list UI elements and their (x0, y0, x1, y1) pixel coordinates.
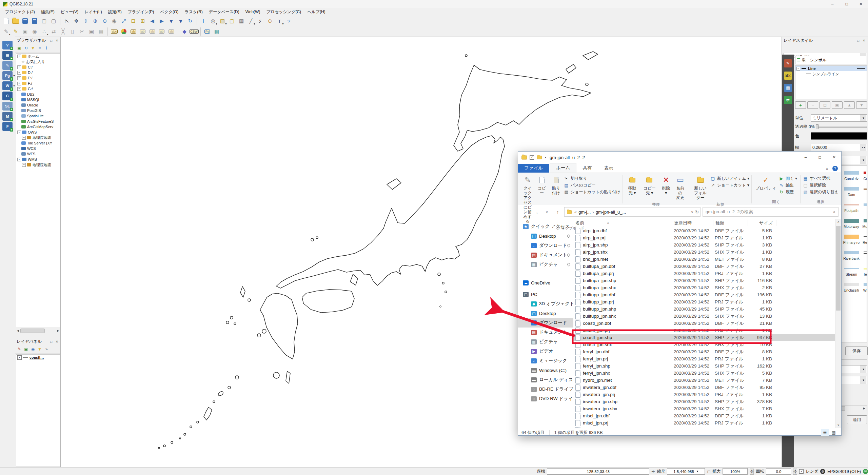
scroll-right-icon[interactable]: ▶ (56, 329, 61, 332)
move-label-icon[interactable]: ab (148, 27, 157, 36)
symbol-tree-child[interactable]: シンプルライン (795, 71, 867, 77)
rotate-label-icon[interactable]: ab (157, 27, 166, 36)
nav-item[interactable]: ▬ローカル ディスク (D (518, 375, 573, 384)
layer-visibility-checkbox[interactable]: ✓ (17, 355, 22, 360)
quick-access-customize-icon[interactable]: ▾ (545, 156, 546, 159)
menu-item-0[interactable]: プロジェクト(J) (2, 8, 38, 16)
float-panel-icon[interactable]: □ (856, 39, 861, 42)
symbol-tree-root[interactable]: − Line (795, 66, 867, 71)
nav-item[interactable]: ▢Desktop (518, 309, 573, 318)
new-item-button[interactable]: ▢新しいアイテム ▾ (710, 176, 749, 181)
float-panel-icon[interactable]: □ (49, 39, 54, 42)
text-annotation-icon[interactable]: T▼ (275, 17, 284, 25)
tab-view[interactable]: 表示 (598, 164, 619, 173)
tab-share[interactable]: 共有 (576, 164, 598, 173)
coordinate-input[interactable]: 125.82,33.43 (547, 468, 649, 475)
file-row[interactable]: inwatera_jpn.shp2020/03/29 14:52SHP ファイル… (573, 398, 835, 405)
filter-browser-icon[interactable]: ▼ (30, 45, 36, 51)
new-bookmark-icon[interactable]: ▼ (167, 17, 176, 25)
symbol-gallery-item[interactable]: Waterway (862, 281, 867, 292)
close-panel-icon[interactable]: ✕ (55, 340, 59, 343)
browser-item[interactable]: -OWS (16, 130, 60, 135)
select-none-button[interactable]: ▢選択解除 (803, 182, 839, 188)
symbol-gallery-item[interactable]: Primary ro (842, 233, 861, 244)
add-vector-layer-icon[interactable]: V+ (2, 41, 13, 50)
browser-item[interactable]: +E:/ (16, 75, 60, 81)
browser-item[interactable]: MSSQL (16, 97, 60, 102)
file-row[interactable]: coastl_jpn.shp2020/03/29 14:52SHP ファイル93… (573, 334, 835, 341)
menu-item-9[interactable]: Web(W) (242, 8, 263, 15)
move-up-button[interactable]: ▲ (844, 101, 855, 109)
measure-icon[interactable]: ╱▼ (246, 17, 255, 25)
layer-item[interactable]: ✓coastl… (16, 355, 60, 360)
cut-features-icon[interactable]: ✂ (78, 27, 86, 36)
nav-item[interactable]: ▢PC (518, 290, 573, 299)
node-tool-icon[interactable]: ∴▼ (40, 27, 48, 36)
column-header-date[interactable]: 更新日時 (672, 220, 713, 226)
browser-item[interactable]: WFS (16, 151, 60, 157)
select-all-button[interactable]: ▦すべて選択 (803, 176, 839, 181)
symbol-gallery-item[interactable]: Footpath (842, 201, 861, 213)
nav-item[interactable]: ▶ビデオ (518, 347, 573, 356)
composer-manager-icon[interactable]: ▢ (49, 17, 58, 25)
search-input[interactable]: gm-jpn-all_u_2_2の検索 ⌕ (703, 207, 839, 217)
browser-item[interactable]: PostGIS (16, 108, 60, 113)
refresh-icon[interactable]: ↻ (695, 210, 699, 215)
up-icon[interactable]: ↑ (553, 209, 562, 215)
float-panel-icon[interactable]: □ (49, 340, 54, 343)
menu-item-5[interactable]: プラグイン(P) (125, 8, 157, 16)
symbol-gallery-item[interactable]: Motorway (842, 217, 861, 229)
quick-access-properties-icon[interactable]: ✓ (530, 155, 534, 160)
close-panel-icon[interactable]: ✕ (55, 39, 59, 42)
browser-item[interactable]: ArcGisFeatureS (16, 119, 60, 124)
browser-item[interactable]: ArcGisMapServ (16, 124, 60, 130)
browser-item[interactable]: +C:/ (16, 64, 60, 70)
overflow-icon[interactable]: » (43, 346, 50, 352)
file-row[interactable]: airp_jpn.shx2020/03/29 14:52SHX ファイル1 KB (573, 249, 835, 256)
magnifier-spin-buttons[interactable]: ▲▼ (750, 469, 754, 475)
file-row[interactable]: airp_jpn.dbf2020/03/29 14:52DBF ファイル5 KB (573, 227, 835, 234)
browser-item[interactable]: ☆お気に入り (16, 59, 60, 64)
file-row[interactable]: builtupa_jpn.dbf2020/03/29 14:52DBF ファイル… (573, 263, 835, 270)
menu-item-6[interactable]: ベクタ(O) (157, 8, 181, 16)
add-symbol-layer-button[interactable]: ＋ (795, 101, 806, 109)
nav-item[interactable]: ▦ピクチャ (518, 337, 573, 347)
nav-item[interactable]: ♪ミュージック (518, 356, 573, 365)
file-row[interactable]: coastl_jpn.prj2020/03/29 14:52PRJ ファイル1 … (573, 327, 835, 334)
paste-features-icon[interactable]: ▤ (97, 27, 105, 36)
file-row[interactable]: builtupa_jpn.shp2020/03/29 14:52SHP ファイル… (573, 277, 835, 284)
layer-diagram-icon[interactable] (119, 27, 128, 36)
pan-to-selection-icon[interactable]: ⇳ (81, 17, 90, 25)
browser-item[interactable]: +ホーム (16, 54, 60, 59)
copy-path-button[interactable]: ▤パスのコピー (564, 182, 620, 188)
crs-status[interactable]: EPSG:4019 (OTF) (827, 469, 861, 474)
messages-icon[interactable]: ✉ (863, 469, 868, 474)
symbology-tab-icon[interactable]: ✎ (784, 59, 792, 67)
symbol-gallery-item[interactable]: Construct (862, 169, 867, 181)
show-hide-labels-icon[interactable]: ab (138, 27, 147, 36)
file-row[interactable]: builtupp_jpn.shp2020/03/29 14:52SHP ファイル… (573, 305, 835, 313)
file-row[interactable]: miscl_jpn.dbf2020/03/29 14:52DBF ファイル1 K… (573, 412, 835, 419)
apply-button[interactable]: 適用 (847, 415, 867, 424)
toggle-editing-icon[interactable]: ✎ (11, 27, 20, 36)
run-feature-action-icon[interactable]: ◎▼ (209, 17, 217, 25)
new-project-icon[interactable] (2, 17, 11, 25)
menu-item-3[interactable]: レイヤ(L) (81, 8, 105, 16)
tree-expander-icon[interactable]: + (17, 55, 21, 58)
menu-item-2[interactable]: ビュー(V) (58, 8, 82, 16)
file-row[interactable]: ferryl_jpn.shp2020/03/29 14:52SHP ファイル16… (573, 362, 835, 370)
manage-visibility-icon[interactable]: ◉ (30, 346, 36, 352)
menu-item-11[interactable]: ヘルプ(H) (304, 8, 329, 16)
touch-zoom-icon[interactable]: ⇱ (62, 17, 71, 25)
pin-labels-icon[interactable]: ab (129, 27, 138, 36)
nav-item[interactable]: ▤ドキュメント (518, 250, 573, 260)
help-icon[interactable]: ? (832, 166, 838, 171)
menu-item-4[interactable]: 設定(S) (105, 8, 125, 16)
shortcut-button[interactable]: ↗ショートカット ▾ (710, 182, 749, 188)
address-dropdown-icon[interactable]: ∨ (691, 210, 693, 214)
file-row[interactable]: builtupp_jpn.shx2020/03/29 14:52SHX ファイル… (573, 313, 835, 320)
explorer-maximize-button[interactable]: □ (813, 154, 827, 161)
tree-expander-icon[interactable]: - (17, 131, 21, 134)
browser-item[interactable]: SpatiaLite (16, 113, 60, 119)
file-list-scrollbar[interactable]: ∧∨ (835, 219, 841, 428)
